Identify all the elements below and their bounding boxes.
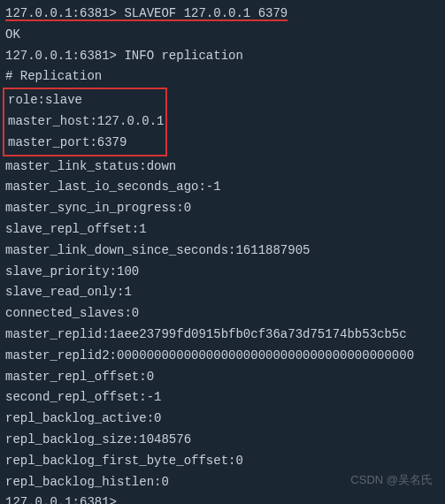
- terminal-output-ok: OK: [5, 25, 440, 46]
- info-master-host: master_host:127.0.0.1: [6, 111, 164, 133]
- command-1: SLAVEOF 127.0.0.1 6379: [117, 6, 288, 20]
- highlighted-box: role:slave master_host:127.0.0.1 master_…: [3, 88, 167, 156]
- info-line: second_repl_offset:-1: [5, 387, 440, 409]
- info-role: role:slave: [6, 90, 164, 111]
- info-line: repl_backlog_active:0: [5, 409, 440, 430]
- info-line: slave_read_only:1: [5, 282, 440, 303]
- info-line: master_link_status:down: [5, 157, 440, 178]
- info-line: slave_repl_offset:1: [5, 219, 440, 241]
- watermark: CSDN @吴名氏: [350, 470, 433, 490]
- terminal-line-command-2: 127.0.0.1:6381> INFO replication: [5, 46, 440, 67]
- info-line: master_replid2:0000000000000000000000000…: [5, 346, 440, 367]
- info-line: slave_priority:100: [5, 262, 440, 283]
- terminal-output-header: # Replication: [5, 66, 440, 88]
- prompt-1: 127.0.0.1:6381>: [5, 6, 117, 20]
- prompt-2: 127.0.0.1:6381>: [5, 49, 117, 63]
- info-line: master_sync_in_progress:0: [5, 198, 440, 219]
- info-line: master_repl_offset:0: [5, 367, 440, 388]
- info-master-port: master_port:6379: [6, 133, 164, 154]
- command-2: INFO replication: [117, 49, 243, 63]
- info-line: master_link_down_since_seconds:161188790…: [5, 241, 440, 262]
- info-line: master_last_io_seconds_ago:-1: [5, 177, 440, 198]
- prompt-3: 127.0.0.1:6381>: [5, 495, 117, 504]
- terminal-line-command-1: 127.0.0.1:6381> SLAVEOF 127.0.0.1 6379: [5, 4, 440, 25]
- info-line: repl_backlog_size:1048576: [5, 430, 440, 451]
- info-line: repl_backlog_first_byte_offset:0: [5, 451, 440, 472]
- cursor: [117, 497, 124, 504]
- info-line: master_replid:1aee23799fd0915bfb0cf36a73…: [5, 325, 440, 346]
- info-line: connected_slaves:0: [5, 303, 440, 325]
- terminal-prompt-final[interactable]: 127.0.0.1:6381>: [5, 493, 440, 504]
